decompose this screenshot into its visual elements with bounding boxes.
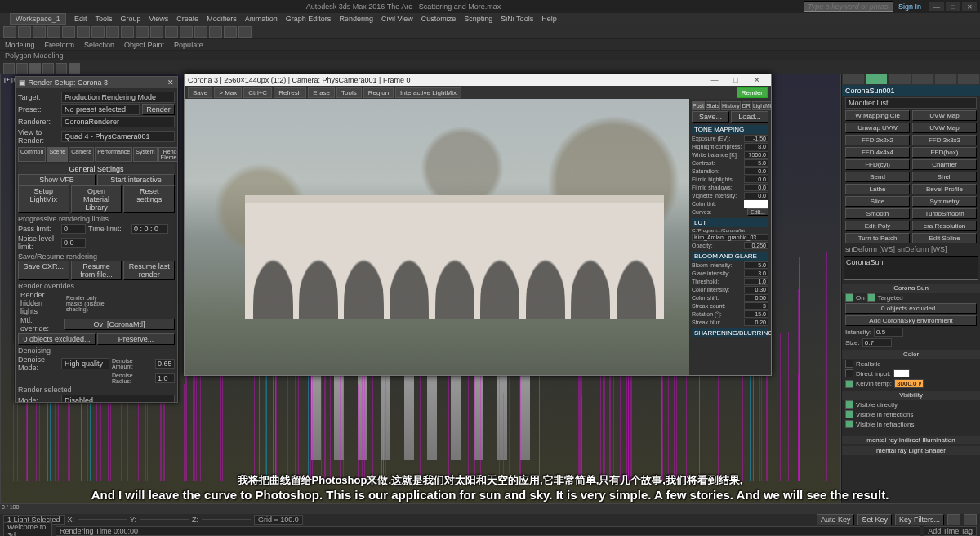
modifier-stack[interactable]: CoronaSun bbox=[844, 256, 978, 280]
rs-min-icon[interactable]: — bbox=[158, 78, 165, 87]
ribbon-selection[interactable]: Selection bbox=[84, 41, 114, 49]
snap-icon[interactable] bbox=[121, 26, 134, 38]
timeline[interactable]: 0 / 100 bbox=[0, 504, 980, 514]
tool-icon[interactable] bbox=[29, 63, 41, 74]
hierarchy-tab-icon[interactable] bbox=[888, 74, 911, 85]
color-swatch[interactable] bbox=[893, 369, 910, 377]
motion-tab-icon[interactable] bbox=[911, 74, 934, 85]
tool-icon[interactable] bbox=[56, 63, 67, 74]
corona-sun-rollout[interactable]: Corona Sun bbox=[842, 284, 980, 293]
preset-dd[interactable]: No preset selected bbox=[61, 104, 140, 115]
signin-link[interactable]: Sign In bbox=[898, 2, 921, 11]
object-name[interactable]: CoronaSun001 bbox=[842, 85, 980, 96]
vfb-tools-btn[interactable]: Tools bbox=[336, 87, 362, 98]
colortint-swatch[interactable] bbox=[744, 200, 768, 208]
vfb-max-icon[interactable]: □ bbox=[725, 76, 746, 84]
vfb-refresh-btn[interactable]: Refresh bbox=[274, 87, 306, 98]
link-icon[interactable] bbox=[33, 26, 46, 38]
align-icon[interactable] bbox=[165, 26, 178, 38]
ribbon-objectpaint[interactable]: Object Paint bbox=[124, 41, 164, 49]
bloom-header[interactable]: BLOOM AND GLARE bbox=[692, 252, 768, 261]
rs-titlebar[interactable]: ▣ Render Setup: Corona 3 — ✕ bbox=[16, 77, 177, 88]
ribbon-freeform[interactable]: Freeform bbox=[45, 41, 75, 49]
vfb-save-btn[interactable]: Save bbox=[188, 87, 212, 98]
modifier-list-dd[interactable]: Modifier List bbox=[845, 97, 977, 109]
view-dd[interactable]: Quad 4 - PhysCamera001 bbox=[61, 131, 175, 142]
autokey-button[interactable]: Auto Key bbox=[817, 514, 855, 525]
ribbon-modeling[interactable]: Modeling bbox=[5, 41, 35, 49]
menu-tools[interactable]: Tools bbox=[95, 15, 112, 23]
menu-modifiers[interactable]: Modifiers bbox=[207, 15, 237, 23]
kelvin-input[interactable] bbox=[894, 379, 924, 388]
material-editor-icon[interactable] bbox=[209, 26, 222, 38]
vfb-tab-dr[interactable]: DR bbox=[742, 101, 751, 110]
sharpen-header[interactable]: SHARPENING/BLURRING bbox=[692, 328, 768, 337]
menu-grapheditors[interactable]: Graph Editors bbox=[286, 15, 332, 23]
vfb-close-icon[interactable]: ✕ bbox=[746, 76, 768, 84]
rs-tab-common[interactable]: Common bbox=[18, 147, 46, 162]
vfb-min-icon[interactable]: — bbox=[704, 76, 725, 84]
menu-civilview[interactable]: Civil View bbox=[381, 15, 413, 23]
lut-header[interactable]: LUT bbox=[692, 218, 768, 227]
corona-vfb-window[interactable]: Corona 3 | 2560×1440px (1:2) | Camera: P… bbox=[184, 74, 772, 376]
select-icon[interactable] bbox=[62, 26, 75, 38]
menu-customize[interactable]: Customize bbox=[421, 15, 457, 23]
size-input[interactable] bbox=[862, 338, 892, 347]
menu-group[interactable]: Group bbox=[120, 15, 140, 23]
tone-mapping-header[interactable]: TONE MAPPING bbox=[692, 125, 768, 134]
vfb-ctrlc-btn[interactable]: Ctrl+C bbox=[243, 87, 272, 98]
vfb-erase-btn[interactable]: Erase bbox=[308, 87, 335, 98]
rs-tab-perf[interactable]: Performance bbox=[95, 147, 132, 162]
rs-tab-camera[interactable]: Camera bbox=[69, 147, 94, 162]
search-input[interactable] bbox=[804, 1, 893, 12]
targeted-checkbox[interactable] bbox=[867, 293, 875, 302]
render-setup-icon[interactable] bbox=[224, 26, 237, 38]
close-button[interactable]: ✕ bbox=[962, 2, 977, 11]
menu-scripting[interactable]: Scripting bbox=[464, 15, 492, 23]
menu-create[interactable]: Create bbox=[176, 15, 198, 23]
show-vfb-button[interactable]: Show VFB bbox=[18, 174, 96, 185]
maximize-button[interactable]: □ bbox=[946, 2, 960, 11]
tool-icon[interactable] bbox=[42, 63, 54, 74]
renderer-dd[interactable]: CoronaRenderer bbox=[61, 116, 175, 127]
keyfilters-button[interactable]: Key Filters... bbox=[895, 514, 944, 525]
workspace-selector[interactable]: Workspace_1 bbox=[10, 13, 66, 25]
curve-editor-icon[interactable] bbox=[194, 26, 207, 38]
add-env-button[interactable]: Add CoronaSky environment bbox=[845, 315, 977, 326]
vfb-region-btn[interactable]: Region bbox=[363, 87, 394, 98]
vfb-tab-lm[interactable]: LightMix bbox=[752, 101, 771, 110]
y-coord[interactable] bbox=[140, 519, 189, 520]
mapping-btn[interactable]: W Mapping Cle bbox=[845, 110, 910, 121]
intensity-input[interactable] bbox=[874, 328, 903, 337]
start-interactive-button[interactable]: Start interactive bbox=[97, 174, 175, 185]
nav-icon[interactable] bbox=[964, 514, 977, 525]
ribbon-populate[interactable]: Populate bbox=[174, 41, 203, 49]
rs-tab-system[interactable]: System bbox=[133, 147, 157, 162]
addtag-button[interactable]: Add Time Tag bbox=[924, 526, 977, 536]
menu-edit[interactable]: Edit bbox=[74, 15, 87, 23]
rotate-icon[interactable] bbox=[91, 26, 105, 38]
x-coord[interactable] bbox=[78, 519, 127, 520]
scale-icon[interactable] bbox=[106, 26, 119, 38]
menu-animation[interactable]: Animation bbox=[245, 15, 278, 23]
move-icon[interactable] bbox=[77, 26, 90, 38]
render-setup-window[interactable]: ▣ Render Setup: Corona 3 — ✕ Target:Prod… bbox=[15, 76, 178, 403]
exposure-input[interactable]: -1.50 bbox=[744, 135, 768, 142]
vfb-render-btn[interactable]: Render bbox=[737, 87, 768, 98]
undo-icon[interactable] bbox=[3, 26, 16, 38]
angle-snap-icon[interactable] bbox=[136, 26, 149, 38]
tool-icon[interactable] bbox=[16, 63, 28, 74]
menu-sinitools[interactable]: SiNi Tools bbox=[501, 15, 533, 23]
vfb-titlebar[interactable]: Corona 3 | 2560×1440px (1:2) | Camera: P… bbox=[185, 74, 771, 86]
mirror-icon[interactable] bbox=[150, 26, 163, 38]
z-coord[interactable] bbox=[202, 519, 251, 520]
rs-tab-scene[interactable]: Scene bbox=[47, 147, 68, 162]
modify-tab-icon[interactable] bbox=[865, 74, 888, 85]
vfb-tab-stats[interactable]: Stats bbox=[706, 101, 720, 110]
display-tab-icon[interactable] bbox=[934, 74, 957, 85]
pass-limit-input[interactable] bbox=[61, 224, 86, 234]
vfb-tab-history[interactable]: History bbox=[721, 101, 741, 110]
create-tab-icon[interactable] bbox=[842, 74, 865, 85]
render-button[interactable]: Render bbox=[142, 104, 175, 115]
unlink-icon[interactable] bbox=[47, 26, 60, 38]
